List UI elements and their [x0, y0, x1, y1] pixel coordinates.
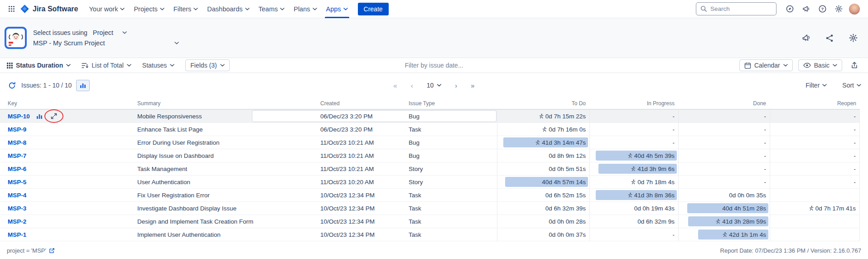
created-cell: 11/Oct/23 10:21 AM: [320, 149, 408, 162]
fields-dropdown[interactable]: Fields (3): [185, 59, 229, 71]
search-input[interactable]: [710, 5, 772, 12]
last-page-button[interactable]: »: [471, 82, 474, 89]
calendar-dropdown[interactable]: Calendar: [739, 59, 793, 71]
share-icon[interactable]: [823, 31, 836, 45]
table-row[interactable]: MSP-5User Authentication11/Oct/23 10:20 …: [0, 176, 860, 189]
issue-source-mode-dropdown[interactable]: Project: [93, 29, 127, 36]
issue-type-cell: Task: [408, 228, 497, 241]
export-icon[interactable]: [848, 59, 861, 72]
running-status-icon: [722, 232, 727, 238]
column-header-done[interactable]: Done: [678, 100, 770, 107]
topnav-right: ?: [696, 2, 861, 16]
table-row[interactable]: MSP-9Enhance Task List Page06/Dec/23 3:2…: [0, 123, 860, 136]
to-do-duration-cell: 0d 0h 0m 28s: [497, 215, 589, 228]
duration-value: 0d 0h 0m 35s: [729, 192, 766, 199]
nav-item-filters[interactable]: Filters: [169, 0, 203, 18]
issue-key-link[interactable]: MSP-5: [8, 179, 26, 186]
app-switcher-icon[interactable]: [5, 2, 18, 16]
page-size-dropdown[interactable]: 10: [427, 82, 442, 89]
issue-chart-icon[interactable]: [34, 111, 44, 121]
column-header-to-do[interactable]: To Do: [497, 100, 589, 107]
issue-key-link[interactable]: MSP-10: [8, 113, 30, 120]
nav-item-teams[interactable]: Teams: [254, 0, 289, 18]
column-header-key[interactable]: Key: [0, 100, 136, 107]
duration-value: 0d 7h 18m 4s: [630, 179, 675, 186]
duration-value: -: [764, 152, 767, 159]
column-header-reopen[interactable]: Reopen: [770, 100, 860, 107]
duration-value: 41d 3h 28m 59s: [688, 216, 768, 226]
issue-key-link[interactable]: MSP-4: [8, 192, 26, 199]
expand-issue-icon[interactable]: [49, 111, 59, 121]
statuses-dropdown[interactable]: Statuses: [142, 62, 174, 69]
table-row[interactable]: MSP-10Mobile Responsiveness06/Dec/23 3:2…: [0, 110, 860, 123]
create-button[interactable]: Create: [358, 3, 389, 15]
created-cell: 11/Oct/23 10:21 AM: [320, 136, 408, 149]
project-dropdown[interactable]: MSP - My Scrum Project: [33, 39, 179, 47]
table-row[interactable]: MSP-4Fix User Registration Error10/Oct/2…: [0, 189, 860, 202]
view-mode-dropdown[interactable]: List of Total: [82, 62, 131, 69]
issue-key-link[interactable]: MSP-6: [8, 166, 26, 172]
issue-date-filter-input[interactable]: [382, 62, 486, 69]
jira-logo[interactable]: Jira Software: [20, 4, 78, 14]
jql-query-link[interactable]: project = 'MSP': [7, 247, 55, 254]
issue-key-link[interactable]: MSP-1: [8, 231, 26, 238]
issue-key-link[interactable]: MSP-2: [8, 218, 26, 225]
column-header-created[interactable]: Created: [320, 100, 408, 107]
table-row[interactable]: MSP-8Error During User Registration11/Oc…: [0, 136, 860, 149]
table-row[interactable]: MSP-6Task Management11/Oct/23 10:21 AMSt…: [0, 162, 860, 176]
announcement-icon[interactable]: [799, 2, 813, 16]
created-cell: 10/Oct/23 12:34 PM: [320, 189, 408, 201]
key-cell: MSP-3: [0, 202, 136, 215]
chart-view-toggle[interactable]: [76, 80, 90, 91]
table-row[interactable]: MSP-7Display Issue on Dashboard11/Oct/23…: [0, 149, 860, 162]
duration-value: -: [764, 139, 767, 146]
issue-key-link[interactable]: MSP-9: [8, 126, 26, 133]
column-header-summary[interactable]: Summary: [136, 100, 320, 107]
next-page-button[interactable]: ›: [455, 82, 457, 89]
issue-key-link[interactable]: MSP-8: [8, 139, 26, 146]
chevron-down-icon: [127, 64, 131, 67]
nav-item-dashboards[interactable]: Dashboards: [203, 0, 254, 18]
nav-item-plans[interactable]: Plans: [289, 0, 321, 18]
prev-page-button[interactable]: ‹: [411, 82, 413, 89]
chevron-down-icon: [783, 64, 788, 67]
sort-dropdown[interactable]: Sort: [842, 82, 861, 89]
issue-key-link[interactable]: MSP-7: [8, 152, 26, 159]
user-avatar[interactable]: [848, 3, 861, 15]
key-cell: MSP-10: [0, 110, 136, 122]
discover-icon[interactable]: [783, 2, 796, 16]
settings-icon[interactable]: [846, 31, 860, 45]
issue-key-link[interactable]: MSP-3: [8, 205, 26, 212]
duration-value: 42d 1h 1m 4s: [698, 230, 768, 239]
reopen-duration-cell: -: [770, 176, 860, 188]
chevron-down-icon: [280, 8, 285, 10]
refresh-icon[interactable]: [7, 78, 17, 92]
column-header-in-progress[interactable]: In Progress: [589, 100, 678, 107]
done-duration-cell: -: [678, 110, 770, 122]
filter-dropdown[interactable]: Filter: [805, 82, 827, 89]
running-status-icon: [630, 166, 636, 172]
key-cell: MSP-5: [0, 176, 136, 188]
help-icon[interactable]: ?: [815, 2, 829, 16]
chevron-down-icon: [343, 8, 348, 10]
summary-cell: User Authentication: [136, 176, 320, 188]
nav-item-your-work[interactable]: Your work: [84, 0, 129, 18]
report-toolbar: Status Duration List of Total Statuses F…: [0, 58, 868, 73]
first-page-button[interactable]: «: [393, 82, 397, 89]
search-icon: [700, 5, 707, 12]
table-row[interactable]: MSP-3Investigate Dashboard Display Issue…: [0, 202, 860, 215]
table-row[interactable]: MSP-1Implement User Authentication10/Oct…: [0, 228, 860, 241]
to-do-duration-cell: 0d 6h 52m 15s: [497, 189, 589, 201]
display-mode-dropdown[interactable]: Basic: [798, 59, 842, 71]
column-header-issue-type[interactable]: Issue Type: [408, 100, 497, 107]
settings-icon[interactable]: [832, 2, 845, 16]
table-row[interactable]: MSP-2Design and Implement Task Creation …: [0, 215, 860, 228]
report-type-dropdown[interactable]: Status Duration: [7, 62, 71, 69]
running-status-icon: [627, 153, 632, 159]
duration-value: -: [854, 152, 856, 159]
nav-item-projects[interactable]: Projects: [129, 0, 169, 18]
reopen-duration-cell: -: [770, 110, 860, 122]
nav-item-apps[interactable]: Apps: [322, 0, 352, 18]
to-do-duration-cell: 0d 7h 16m 0s: [497, 123, 589, 136]
whats-new-icon[interactable]: [799, 31, 813, 45]
